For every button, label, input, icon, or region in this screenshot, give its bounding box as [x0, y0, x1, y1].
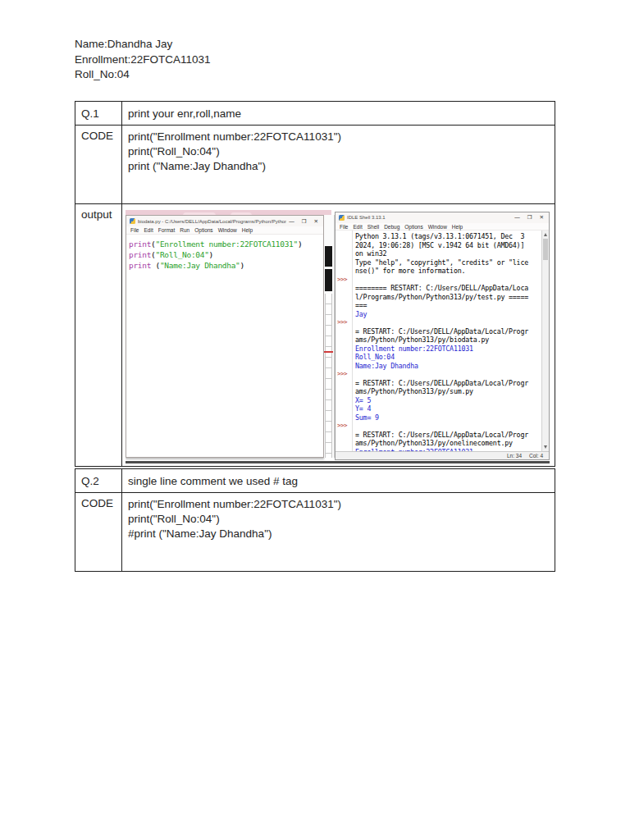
- maximize-icon: ❐: [527, 214, 532, 221]
- minimize-icon: —: [514, 214, 520, 221]
- screenshot-bottom-edge: [126, 461, 550, 463]
- student-name-line: Name:Dhandha Jay: [75, 37, 211, 52]
- shell-line: = RESTART: C:/Users/DELL/AppData/Local/P…: [355, 431, 541, 440]
- shell-text-area: Python 3.13.1 (tags/v3.13.1:0671451, Dec…: [353, 231, 541, 451]
- shell-line: Enrollment number:22FOTCA11031: [355, 345, 541, 354]
- code-line: #print ("Name:Jay Dhandha"): [128, 527, 549, 541]
- menu-item: Edit: [144, 227, 153, 233]
- question-label: Q.1: [75, 102, 122, 126]
- code-label: CODE: [75, 126, 122, 204]
- table-row: CODE print("Enrollment number:22FOTCA110…: [75, 493, 555, 572]
- background-dark-block: [325, 269, 332, 291]
- shell-line: ams/Python/Python313/py/sum.py: [355, 387, 541, 396]
- editor-title-bar: biodata.py - C:/Users/DELL/AppData/Local…: [126, 216, 323, 226]
- close-icon: ✕: [314, 218, 318, 225]
- table-row: CODE print("Enrollment number:22FOTCA110…: [75, 126, 555, 204]
- shell-line: l/Programs/Python/Python313/py/test.py =…: [355, 293, 541, 302]
- column-indicator: Col: 4: [529, 453, 543, 459]
- shell-prompt-gutter: >>>>>>>>>>>>: [336, 231, 353, 451]
- shell-line: 2024, 19:06:28) [MSC v.1942 64 bit (AMD6…: [355, 241, 541, 250]
- code-line: print("Roll_No:04"): [128, 512, 549, 527]
- table-row: output biodata.py - C:/Users/DELL/AppDat…: [75, 204, 555, 467]
- table-row: Q.1 print your enr,roll,name: [75, 102, 555, 126]
- menu-item: File: [340, 224, 348, 230]
- editor-code-line: print("Roll_No:04"): [129, 249, 321, 260]
- editor-code-line: print("Enrollment number:22FOTCA11031"): [129, 239, 321, 249]
- shell-line: = RESTART: C:/Users/DELL/AppData/Local/P…: [355, 379, 541, 388]
- shell-line: [355, 370, 541, 379]
- code-cell: print("Enrollment number:22FOTCA11031")p…: [122, 126, 555, 204]
- shell-line: Enrollment number:22FOTCA11031: [355, 448, 541, 451]
- menu-item: Help: [242, 227, 253, 233]
- code-label: CODE: [75, 493, 122, 572]
- code-line: print("Enrollment number:22FOTCA11031"): [128, 130, 549, 144]
- shell-line: Y= 4: [355, 404, 541, 413]
- menu-item: Options: [404, 224, 422, 230]
- question-text: single line comment we used # tag: [122, 469, 555, 493]
- scroll-down-icon: [544, 445, 547, 449]
- line-indicator: Ln: 34: [507, 453, 522, 459]
- student-roll-line: Roll_No:04: [75, 67, 211, 83]
- shell-title-bar: IDLE Shell 3.13.1 — ❐ ✕: [336, 212, 549, 223]
- shell-prompt: >>>: [337, 422, 347, 429]
- code-line: print("Enrollment number:22FOTCA11031"): [128, 497, 549, 512]
- code-text: print("Enrollment number:22FOTCA11031")p…: [128, 130, 549, 174]
- q1-table: Q.1 print your enr,roll,name CODE print(…: [75, 101, 555, 467]
- code-cell: print("Enrollment number:22FOTCA11031")p…: [122, 493, 555, 572]
- shell-line: on win32: [355, 249, 541, 258]
- close-icon: ✕: [540, 214, 544, 221]
- python-file-icon: [130, 218, 135, 224]
- shell-line: ams/Python/Python313/py/onelinecoment.py: [355, 439, 541, 448]
- shell-scrollbar: [541, 231, 549, 451]
- shell-prompt: >>>: [337, 370, 347, 377]
- student-enrollment-line: Enrollment:22FOTCA11031: [75, 52, 211, 68]
- table-row: Q.2 single line comment we used # tag: [75, 469, 555, 493]
- scrollbar-thumb: [543, 239, 548, 260]
- shell-line: X= 5: [355, 396, 541, 405]
- shell-prompt: >>>: [337, 276, 347, 283]
- shell-line: nse()" for more information.: [355, 267, 541, 276]
- idle-shell-icon: [339, 215, 345, 221]
- editor-window-title: biodata.py - C:/Users/DELL/AppData/Local…: [138, 219, 286, 224]
- menu-item: Edit: [353, 224, 362, 230]
- shell-line: [355, 422, 541, 431]
- shell-line: Name:Jay Dhandha: [355, 362, 541, 371]
- idle-editor-window: biodata.py - C:/Users/DELL/AppData/Local…: [126, 215, 324, 458]
- window-controls: — ❐ ✕: [289, 218, 320, 225]
- window-controls: — ❐ ✕: [514, 214, 546, 221]
- shell-line: ===: [355, 301, 541, 310]
- shell-line: Python 3.13.1 (tags/v3.13.1:0671451, Dec…: [355, 232, 541, 241]
- question-text: print your enr,roll,name: [122, 102, 555, 126]
- code-text: print("Enrollment number:22FOTCA11031")p…: [128, 497, 549, 541]
- menu-item: Debug: [384, 224, 399, 230]
- shell-line: [355, 318, 541, 327]
- shell-line: ======== RESTART: C:/Users/DELL/AppData/…: [355, 284, 541, 293]
- shell-line: Roll_No:04: [355, 353, 541, 362]
- menu-item: Help: [452, 224, 463, 230]
- document-page: Name:Dhandha Jay Enrollment:22FOTCA11031…: [0, 0, 630, 840]
- minimize-icon: —: [289, 218, 294, 225]
- shell-body: >>>>>>>>>>>> Python 3.13.1 (tags/v3.13.1…: [336, 231, 549, 451]
- output-screenshot: biodata.py - C:/Users/DELL/AppData/Local…: [126, 210, 550, 463]
- shell-line: Sum= 9: [355, 413, 541, 422]
- shell-window-title: IDLE Shell 3.13.1: [347, 215, 512, 220]
- student-info: Name:Dhandha Jay Enrollment:22FOTCA11031…: [75, 37, 211, 83]
- background-segments: [325, 294, 332, 458]
- editor-code-area: print("Enrollment number:22FOTCA11031")p…: [126, 235, 323, 271]
- menu-item: Window: [218, 227, 237, 233]
- scroll-up-icon: [544, 233, 547, 236]
- question-label: Q.2: [75, 469, 122, 493]
- menu-item: Options: [194, 227, 212, 233]
- menu-item: Window: [428, 224, 447, 230]
- menu-item: Shell: [368, 224, 379, 230]
- menu-item: Format: [158, 227, 176, 233]
- shell-line: = RESTART: C:/Users/DELL/AppData/Local/P…: [355, 327, 541, 336]
- shell-status-bar: Ln: 34 Col: 4: [336, 451, 549, 459]
- q2-table: Q.2 single line comment we used # tag CO…: [75, 468, 555, 572]
- shell-prompt: >>>: [337, 318, 347, 326]
- editor-code-line: print ("Name:Jay Dhandha"): [129, 260, 321, 271]
- idle-shell-window: IDLE Shell 3.13.1 — ❐ ✕ FileEditShellDeb…: [335, 212, 550, 460]
- shell-line: [355, 276, 541, 285]
- shell-line: Type "help", "copyright", "credits" or "…: [355, 258, 541, 267]
- menu-item: Run: [180, 227, 189, 233]
